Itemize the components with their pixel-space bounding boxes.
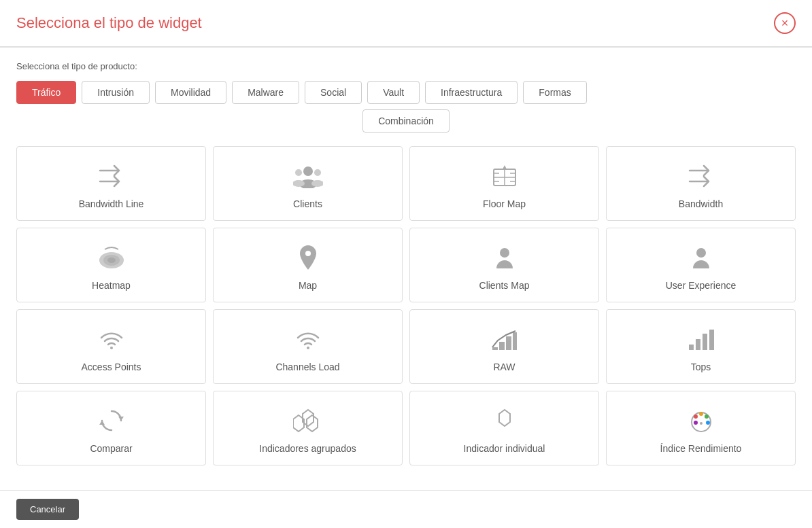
widget-card-access-points[interactable]: Access Points <box>16 309 206 384</box>
svg-rect-19 <box>513 332 517 350</box>
widget-card-clients-map[interactable]: Clients Map <box>409 228 599 302</box>
raw-icon <box>490 323 520 355</box>
shuffle-icon <box>98 160 125 192</box>
svg-point-12 <box>500 248 509 258</box>
widget-card-floor-map[interactable]: Floor Map <box>409 146 599 221</box>
modal-footer: Cancelar <box>0 490 812 528</box>
widget-card-raw[interactable]: RAW <box>409 309 599 384</box>
close-button[interactable]: × <box>774 12 796 34</box>
svg-point-10 <box>107 258 116 263</box>
widget-label-access-points: Access Points <box>82 362 141 372</box>
widget-label-floor-map: Floor Map <box>483 198 526 209</box>
modal-title: Selecciona el tipo de widget <box>16 14 202 32</box>
tab-formas[interactable]: Formas <box>523 81 586 104</box>
svg-point-13 <box>696 248 706 258</box>
svg-point-14 <box>110 347 113 349</box>
widget-label-channels-load: Channels Load <box>275 362 339 372</box>
grouped-icon <box>293 405 323 436</box>
tab-combinacion[interactable]: Combinación <box>362 109 450 133</box>
svg-point-33 <box>705 415 709 419</box>
widget-card-comparar[interactable]: Comparar <box>16 391 206 465</box>
svg-rect-21 <box>696 339 700 350</box>
svg-marker-29 <box>499 410 510 426</box>
svg-marker-27 <box>293 415 304 432</box>
compare-icon <box>99 405 124 436</box>
widget-card-map[interactable]: Map <box>213 228 403 302</box>
svg-rect-22 <box>703 334 707 350</box>
widget-label-bandwidth-line: Bandwidth Line <box>79 198 144 209</box>
widget-label-raw: RAW <box>493 362 515 372</box>
widget-card-indicadores-agrupados[interactable]: Indicadores agrupados <box>213 391 403 465</box>
widget-grid: Bandwidth Line Clients Floor Map Bandwid… <box>16 146 796 465</box>
modal-header: Selecciona el tipo de widget × <box>0 0 812 48</box>
userexp-icon <box>689 242 713 273</box>
svg-point-34 <box>706 421 710 425</box>
tab-infraestructura[interactable]: Infraestructura <box>425 81 518 104</box>
widget-label-indicadores-agrupados: Indicadores agrupados <box>259 443 356 454</box>
svg-rect-17 <box>499 342 505 350</box>
tab-vault[interactable]: Vault <box>367 81 420 104</box>
widget-card-heatmap[interactable]: Heatmap <box>16 228 206 302</box>
svg-point-2 <box>295 169 302 176</box>
widget-label-clients: Clients <box>293 198 322 209</box>
widget-label-indice-rendimiento: Índice Rendimiento <box>660 443 742 454</box>
svg-point-0 <box>303 166 313 176</box>
widget-card-bandwidth[interactable]: Bandwidth <box>606 146 796 221</box>
tab-social[interactable]: Social <box>305 81 362 104</box>
modal: Selecciona el tipo de widget × Seleccion… <box>0 0 812 528</box>
rendimiento-icon <box>686 405 716 436</box>
tab-malware[interactable]: Malware <box>232 81 299 104</box>
widget-card-clients[interactable]: Clients <box>213 146 403 221</box>
heatmap-icon <box>97 242 126 273</box>
widget-label-user-experience: User Experience <box>666 280 737 291</box>
tab-movilidad[interactable]: Movilidad <box>155 81 226 104</box>
widget-label-bandwidth: Bandwidth <box>679 198 723 209</box>
svg-marker-7 <box>503 165 507 169</box>
svg-rect-23 <box>709 330 714 350</box>
widget-label-clients-map: Clients Map <box>479 280 530 291</box>
svg-rect-20 <box>689 345 694 350</box>
widget-label-comparar: Comparar <box>90 443 132 454</box>
widget-label-tops: Tops <box>691 362 711 372</box>
widget-card-indicador-individual[interactable]: Indicador individual <box>409 391 599 465</box>
widget-card-indice-rendimiento[interactable]: Índice Rendimiento <box>606 391 796 465</box>
tabs-row: TráficoIntrusiónMovilidadMalwareSocialVa… <box>16 81 796 104</box>
wifi-icon <box>294 323 322 355</box>
svg-point-11 <box>305 251 311 256</box>
widget-label-indicador-individual: Indicador individual <box>464 443 545 454</box>
svg-point-35 <box>694 421 698 425</box>
widget-card-channels-load[interactable]: Channels Load <box>213 309 403 384</box>
clientsmap-icon <box>490 242 520 273</box>
clients-icon <box>293 160 323 192</box>
product-type-label: Selecciona el tipo de producto: <box>16 61 796 71</box>
individual-icon <box>491 405 518 436</box>
svg-point-36 <box>700 422 703 425</box>
svg-point-31 <box>694 415 698 419</box>
wifi-icon <box>98 323 125 355</box>
widget-label-heatmap: Heatmap <box>92 280 131 291</box>
widget-card-bandwidth-line[interactable]: Bandwidth Line <box>16 146 206 221</box>
floormap-icon <box>491 160 518 192</box>
shuffle-icon <box>688 160 715 192</box>
widget-card-tops[interactable]: Tops <box>606 309 796 384</box>
widget-label-map: Map <box>299 280 317 291</box>
tabs-row-2: Combinación <box>16 109 796 133</box>
modal-body: Selecciona el tipo de producto: TráficoI… <box>0 48 812 490</box>
svg-point-15 <box>307 347 309 349</box>
svg-point-4 <box>314 169 321 176</box>
svg-marker-24 <box>118 417 124 421</box>
tab-trafico[interactable]: Tráfico <box>16 81 76 104</box>
widget-card-user-experience[interactable]: User Experience <box>606 228 796 302</box>
cancel-button[interactable]: Cancelar <box>16 499 79 520</box>
map-icon <box>296 242 320 273</box>
tab-intrusion[interactable]: Intrusión <box>82 81 150 104</box>
svg-rect-16 <box>492 347 498 350</box>
tops-icon <box>686 323 716 355</box>
svg-point-32 <box>699 412 703 416</box>
svg-marker-25 <box>99 421 105 425</box>
svg-rect-18 <box>506 336 511 350</box>
